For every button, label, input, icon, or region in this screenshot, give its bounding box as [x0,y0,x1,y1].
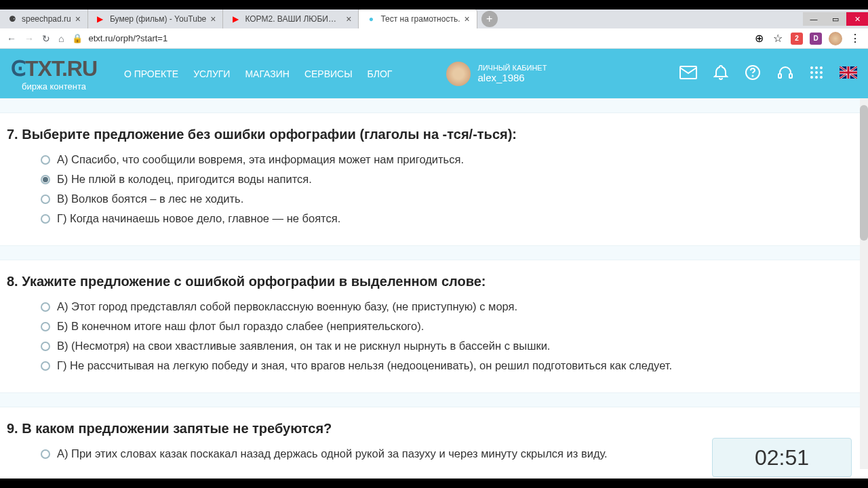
svg-point-7 [820,66,823,69]
svg-point-12 [815,76,818,79]
close-window-button[interactable]: ✕ [846,12,868,26]
user-block[interactable]: ЛИЧНЫЙ КАБИНЕТ alex_1986 [446,62,547,86]
option-text: Г) Не рассчитывая на легкую победу и зна… [57,359,672,372]
user-avatar [446,62,471,86]
option-a[interactable]: А) Спасибо, что сообщили вовремя, эта ин… [41,153,861,166]
youtube-icon: ▶ [95,14,106,24]
radio-button[interactable] [41,175,50,184]
home-button[interactable]: ⌂ [58,33,64,44]
radio-button[interactable] [41,302,50,312]
svg-point-13 [820,76,823,79]
svg-point-6 [815,66,818,69]
back-button[interactable]: ← [7,33,16,44]
site-icon: ● [366,14,376,24]
options-list: А) Спасибо, что сообщили вовремя, эта ин… [7,153,861,225]
apps-icon[interactable] [810,66,823,82]
svg-rect-4 [789,74,792,78]
separator [0,392,868,407]
extension-icons: ⊕ ☆ 2 D ⋮ [753,32,861,45]
radio-button[interactable] [41,342,50,351]
option-text: А) Спасибо, что сообщили вовремя, эта ин… [57,153,464,166]
radio-button[interactable] [41,361,50,371]
account-label: ЛИЧНЫЙ КАБИНЕТ [477,64,547,72]
language-flag[interactable] [840,66,857,81]
zoom-icon[interactable]: ⊕ [753,33,765,45]
question-title: 9. В каком предложении запятые не требую… [7,421,861,436]
forward-button[interactable]: → [24,33,34,44]
question-title: 7. Выберите предложение без ошибки орфог… [7,127,861,142]
menu-icon[interactable]: ⋮ [849,33,861,45]
tab-1[interactable]: ⚈ speechpad.ru × [0,9,88,28]
option-b[interactable]: Б) Не плюй в колодец, пригодится воды на… [41,173,861,186]
profile-avatar[interactable] [829,32,842,45]
svg-rect-3 [778,74,781,78]
nav-about[interactable]: О ПРОЕКТЕ [124,68,178,79]
scrollbar[interactable] [860,98,868,469]
option-text: А) Этот город представлял собой первокла… [57,300,517,313]
radio-button[interactable] [41,449,50,459]
header-icons [679,64,857,83]
tab-label: Бумер (фильм) - YouTube [110,14,206,24]
star-icon[interactable]: ☆ [772,33,784,45]
browser-tabs: ⚈ speechpad.ru × ▶ Бумер (фильм) - YouTu… [0,9,868,28]
ext-badge-1[interactable]: 2 [791,33,803,45]
close-icon[interactable]: × [346,14,351,24]
nav-blog[interactable]: БЛОГ [368,68,393,79]
option-text: Б) Не плюй в колодец, пригодится воды на… [57,173,312,186]
nav-services[interactable]: УСЛУГИ [193,68,230,79]
option-d[interactable]: Г) Не рассчитывая на легкую победу и зна… [41,359,861,372]
radio-button[interactable] [41,155,50,165]
maximize-button[interactable]: ▭ [825,12,846,26]
scrollbar-thumb[interactable] [860,105,868,241]
close-icon[interactable]: × [464,14,469,24]
radio-button[interactable] [41,322,50,331]
reload-button[interactable]: ↻ [42,33,50,44]
close-icon[interactable]: × [75,14,81,24]
logo-subtitle: биржа контента [22,81,86,92]
svg-point-2 [753,75,753,76]
option-text: В) Волков боятся – в лес не ходить. [57,192,243,205]
radio-button[interactable] [41,195,50,204]
option-c[interactable]: В) Волков боятся – в лес не ходить. [41,192,861,205]
bell-icon[interactable] [713,64,728,83]
tab-label: speechpad.ru [22,14,71,24]
nav-tools[interactable]: СЕРВИСЫ [304,68,353,79]
option-text: А) При этих словах казак поскакал назад … [57,447,608,460]
new-tab-button[interactable]: + [481,11,498,27]
youtube-icon: ▶ [230,14,241,24]
tab-3[interactable]: ▶ КОРМ2. ВАШИ ЛЮБИМЫЕ НАС × [223,9,359,28]
tab-2[interactable]: ▶ Бумер (фильм) - YouTube × [88,9,224,28]
help-icon[interactable] [745,64,761,83]
option-b[interactable]: Б) В конечном итоге наш флот был гораздо… [41,320,861,333]
close-icon[interactable]: × [210,14,216,24]
question-7: 7. Выберите предложение без ошибки орфог… [0,113,868,245]
radio-button[interactable] [41,214,50,224]
headset-icon[interactable] [777,64,793,83]
svg-point-10 [820,71,823,74]
favicon-icon: ⚈ [7,14,18,24]
minimize-button[interactable]: — [803,12,825,26]
separator [0,245,868,260]
option-c[interactable]: В) (Несмотря) на свои хвастливые заявлен… [41,340,861,352]
content-area: 7. Выберите предложение без ошибки орфог… [0,98,868,479]
lock-icon: 🔒 [72,33,83,43]
url-text: etxt.ru/orph/?start=1 [88,33,167,43]
mail-icon[interactable] [679,66,697,82]
tab-label: КОРМ2. ВАШИ ЛЮБИМЫЕ НАС [245,14,342,24]
option-text: В) (Несмотря) на свои хвастливые заявлен… [57,340,550,352]
option-a[interactable]: А) Этот город представлял собой первокла… [41,300,861,313]
site-header: ϾTXT.RU биржа контента О ПРОЕКТЕ УСЛУГИ … [0,49,868,98]
logo[interactable]: ϾTXT.RU биржа контента [11,56,97,92]
window-controls: — ▭ ✕ [803,12,868,26]
svg-point-5 [810,66,813,69]
user-info: ЛИЧНЫЙ КАБИНЕТ alex_1986 [477,64,547,83]
svg-point-8 [810,71,813,74]
nav-store[interactable]: МАГАЗИН [245,68,289,79]
ext-badge-2[interactable]: D [810,33,822,45]
option-text: Г) Когда начинаешь новое дело, главное —… [57,212,340,225]
option-d[interactable]: Г) Когда начинаешь новое дело, главное —… [41,212,861,225]
separator [0,98,868,113]
username: alex_1986 [477,72,547,83]
tab-4[interactable]: ● Тест на грамотность. × [359,9,477,28]
url-input[interactable]: 🔒 etxt.ru/orph/?start=1 [72,33,745,43]
